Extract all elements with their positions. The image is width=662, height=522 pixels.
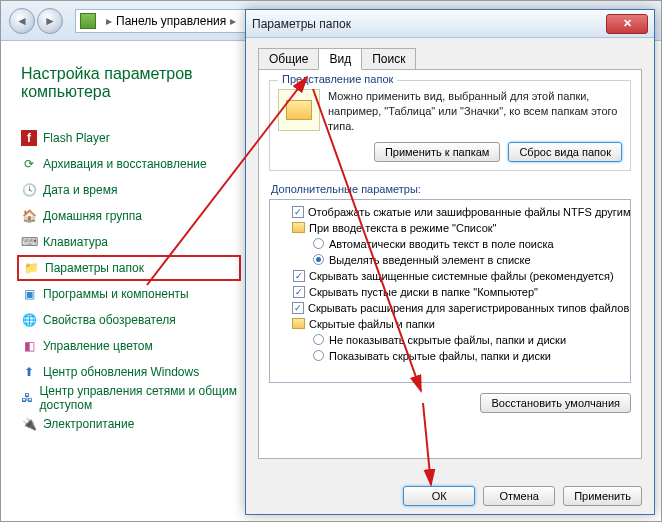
radio-icon — [312, 253, 325, 266]
tab-search[interactable]: Поиск — [361, 48, 416, 70]
apply-to-folders-button[interactable]: Применить к папкам — [374, 142, 501, 162]
nav-back-button[interactable]: ◄ — [9, 8, 35, 34]
dialog-title: Параметры папок — [252, 17, 351, 31]
cp-item-label: Дата и время — [43, 183, 117, 197]
folder-views-text: Можно применить вид, выбранный для этой … — [328, 89, 622, 134]
cp-item-color-management[interactable]: ◧Управление цветом — [17, 333, 241, 359]
keyboard-icon: ⌨ — [21, 234, 37, 250]
restore-defaults-button[interactable]: Восстановить умолчания — [480, 393, 631, 413]
tree-row[interactable]: ✓Отображать сжатые или зашифрованные фай… — [272, 204, 628, 220]
breadcrumb-arrow: ▸ — [106, 14, 112, 28]
tree-row-label: Скрытые файлы и папки — [309, 318, 435, 330]
folder-icon — [292, 221, 305, 234]
folder-icon — [292, 317, 305, 330]
backup-icon: ⟳ — [21, 156, 37, 172]
cp-item-label: Программы и компоненты — [43, 287, 189, 301]
cp-item-keyboard[interactable]: ⌨Клавиатура — [17, 229, 241, 255]
group-title: Представление папок — [278, 73, 397, 85]
tree-row-label: При вводе текста в режиме "Список" — [309, 222, 496, 234]
folder-views-icon — [278, 89, 320, 131]
clock-icon: 🕓 — [21, 182, 37, 198]
checkbox-icon: ✓ — [292, 301, 304, 314]
tree-row[interactable]: Не показывать скрытые файлы, папки и дис… — [272, 332, 628, 348]
cp-item-homegroup[interactable]: 🏠Домашняя группа — [17, 203, 241, 229]
page-title: Настройка параметров компьютера — [21, 65, 241, 101]
close-button[interactable]: ✕ — [606, 14, 648, 34]
folder-options-icon: 📁 — [23, 260, 39, 276]
checkbox-icon: ✓ — [292, 205, 304, 218]
tab-strip: Общие Вид Поиск — [258, 48, 642, 70]
cp-item-windows-update[interactable]: ⬆Центр обновления Windows — [17, 359, 241, 385]
advanced-settings-tree[interactable]: ✓Отображать сжатые или зашифрованные фай… — [269, 199, 631, 383]
color-icon: ◧ — [21, 338, 37, 354]
dialog-titlebar: Параметры папок ✕ — [246, 10, 654, 38]
tree-row[interactable]: При вводе текста в режиме "Список" — [272, 220, 628, 236]
cp-item-label: Flash Player — [43, 131, 110, 145]
tab-view[interactable]: Вид — [318, 48, 362, 70]
power-icon: 🔌 — [21, 416, 37, 432]
internet-icon: 🌐 — [21, 312, 37, 328]
house-icon: 🏠 — [21, 208, 37, 224]
tree-row[interactable]: Автоматически вводить текст в поле поиск… — [272, 236, 628, 252]
apply-button[interactable]: Применить — [563, 486, 642, 506]
radio-icon — [312, 349, 325, 362]
network-icon: 🖧 — [21, 390, 33, 406]
control-panel-content: Настройка параметров компьютера fFlash P… — [1, 41, 241, 437]
tab-view-panel: Представление папок Можно применить вид,… — [258, 69, 642, 459]
tree-row-label: Не показывать скрытые файлы, папки и дис… — [329, 334, 566, 346]
radio-icon — [312, 333, 325, 346]
tree-row[interactable]: ✓Скрывать расширения для зарегистрирован… — [272, 300, 628, 316]
checkbox-icon: ✓ — [292, 269, 305, 282]
cancel-button[interactable]: Отмена — [483, 486, 555, 506]
tab-general[interactable]: Общие — [258, 48, 319, 70]
tree-row-label: Скрывать пустые диски в папке "Компьютер… — [309, 286, 538, 298]
cp-item-backup[interactable]: ⟳Архивация и восстановление — [17, 151, 241, 177]
tree-row[interactable]: Показывать скрытые файлы, папки и диски — [272, 348, 628, 364]
cp-item-flash-player[interactable]: fFlash Player — [17, 125, 241, 151]
flash-icon: f — [21, 130, 37, 146]
ok-button[interactable]: ОК — [403, 486, 475, 506]
tree-row-label: Отображать сжатые или зашифрованные файл… — [308, 206, 631, 218]
radio-icon — [312, 237, 325, 250]
dialog-buttons: ОК Отмена Применить — [403, 486, 642, 506]
cp-item-label: Центр управления сетями и общим доступом — [39, 384, 237, 412]
cp-item-label: Параметры папок — [45, 261, 144, 275]
cp-item-label: Свойства обозревателя — [43, 313, 176, 327]
tree-row-label: Показывать скрытые файлы, папки и диски — [329, 350, 551, 362]
tree-row-label: Выделять введенный элемент в списке — [329, 254, 531, 266]
tree-row[interactable]: ✓Скрывать пустые диски в папке "Компьюте… — [272, 284, 628, 300]
nav-forward-button[interactable]: ► — [37, 8, 63, 34]
checkbox-icon: ✓ — [292, 285, 305, 298]
windows-update-icon: ⬆ — [21, 364, 37, 380]
advanced-settings-label: Дополнительные параметры: — [271, 183, 631, 195]
control-panel-list: fFlash Player ⟳Архивация и восстановлени… — [17, 125, 241, 437]
folder-options-dialog: Параметры папок ✕ Общие Вид Поиск Предст… — [245, 9, 655, 515]
cp-item-internet-options[interactable]: 🌐Свойства обозревателя — [17, 307, 241, 333]
tree-row-label: Скрывать защищенные системные файлы (рек… — [309, 270, 614, 282]
tree-row-label: Автоматически вводить текст в поле поиск… — [329, 238, 554, 250]
cp-item-programs[interactable]: ▣Программы и компоненты — [17, 281, 241, 307]
control-panel-icon — [80, 13, 96, 29]
tree-row[interactable]: Выделять введенный элемент в списке — [272, 252, 628, 268]
cp-item-network[interactable]: 🖧Центр управления сетями и общим доступо… — [17, 385, 241, 411]
breadcrumb-arrow: ▸ — [230, 14, 236, 28]
cp-item-label: Управление цветом — [43, 339, 153, 353]
breadcrumb-label: Панель управления — [116, 14, 226, 28]
programs-icon: ▣ — [21, 286, 37, 302]
tree-row[interactable]: Скрытые файлы и папки — [272, 316, 628, 332]
tree-row-label: Скрывать расширения для зарегистрированн… — [308, 302, 629, 314]
cp-item-label: Центр обновления Windows — [43, 365, 199, 379]
cp-item-label: Клавиатура — [43, 235, 108, 249]
reset-folders-button[interactable]: Сброс вида папок — [508, 142, 622, 162]
nav-buttons: ◄ ► — [9, 8, 63, 34]
cp-item-label: Домашняя группа — [43, 209, 142, 223]
cp-item-power[interactable]: 🔌Электропитание — [17, 411, 241, 437]
tree-row[interactable]: ✓Скрывать защищенные системные файлы (ре… — [272, 268, 628, 284]
folder-views-group: Представление папок Можно применить вид,… — [269, 80, 631, 171]
cp-item-label: Электропитание — [43, 417, 134, 431]
cp-item-folder-options[interactable]: 📁Параметры папок — [17, 255, 241, 281]
cp-item-label: Архивация и восстановление — [43, 157, 207, 171]
cp-item-datetime[interactable]: 🕓Дата и время — [17, 177, 241, 203]
